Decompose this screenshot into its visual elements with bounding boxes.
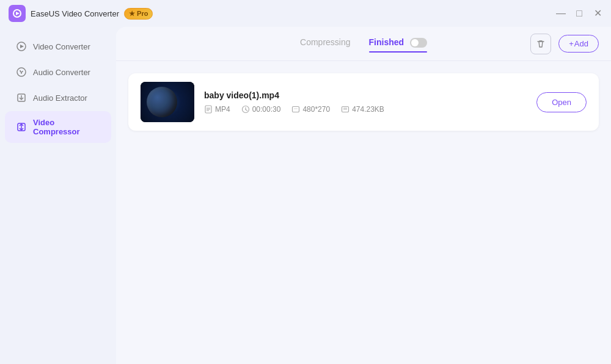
titlebar: EaseUS Video Converter ★ Pro — □ ✕ [0, 0, 611, 27]
sidebar: Video Converter Audio Converter Audio [0, 27, 116, 364]
pro-badge: ★ Pro [124, 8, 153, 20]
sidebar-label-video-converter: Video Converter [33, 42, 90, 51]
add-button[interactable]: + Add [558, 35, 599, 53]
audio-extractor-icon [16, 92, 27, 103]
audio-converter-icon [16, 67, 27, 78]
meta-size: 474.23KB [341, 105, 384, 114]
sidebar-item-video-converter[interactable]: Video Converter [5, 34, 111, 59]
file-info: baby video(1).mp4 MP4 [204, 90, 527, 114]
sidebar-item-video-compressor[interactable]: Video Compressor [5, 111, 111, 143]
trash-icon [536, 39, 546, 49]
titlebar-left: EaseUS Video Converter ★ Pro [9, 5, 153, 22]
meta-resolution: 480*270 [291, 105, 330, 114]
titlebar-controls: — □ ✕ [556, 9, 602, 18]
content-area: Compressing Finished + Add [116, 27, 611, 364]
meta-format: MP4 [204, 105, 230, 114]
duration-icon [241, 105, 250, 114]
video-compressor-icon [16, 122, 27, 133]
file-list: baby video(1).mp4 MP4 [116, 61, 611, 364]
meta-duration: 00:00:30 [241, 105, 281, 114]
maximize-button[interactable]: □ [574, 9, 584, 18]
add-button-label: Add [574, 39, 588, 48]
sidebar-item-audio-converter[interactable]: Audio Converter [5, 60, 111, 84]
svg-rect-18 [293, 107, 299, 112]
video-converter-icon [16, 41, 27, 52]
svg-line-17 [246, 110, 247, 111]
tab-finished[interactable]: Finished [369, 37, 427, 50]
tabs-group: Compressing Finished [128, 37, 599, 50]
sidebar-label-audio-extractor: Audio Extractor [33, 93, 87, 103]
delete-button[interactable] [530, 34, 551, 54]
close-button[interactable]: ✕ [593, 9, 602, 18]
file-name: baby video(1).mp4 [204, 90, 527, 100]
resolution-icon [291, 105, 300, 114]
file-meta: MP4 00:00:30 [204, 105, 527, 114]
minimize-button[interactable]: — [556, 9, 566, 18]
app-logo-icon [9, 5, 26, 22]
tab-bar: Compressing Finished + Add [116, 27, 611, 61]
thumb-globe-visual [141, 82, 194, 122]
tab-compressing[interactable]: Compressing [300, 37, 350, 49]
format-icon [204, 105, 213, 114]
sidebar-item-audio-extractor[interactable]: Audio Extractor [5, 86, 111, 110]
tab-actions: + Add [530, 34, 599, 54]
finished-toggle[interactable] [410, 38, 427, 48]
open-button[interactable]: Open [536, 92, 587, 112]
size-icon [341, 105, 349, 114]
svg-marker-4 [20, 45, 24, 48]
sidebar-label-audio-converter: Audio Converter [33, 68, 90, 77]
app-title: EaseUS Video Converter [31, 9, 119, 18]
file-card: baby video(1).mp4 MP4 [128, 73, 599, 131]
add-icon: + [569, 39, 574, 48]
main-layout: Video Converter Audio Converter Audio [0, 27, 611, 364]
sidebar-label-video-compressor: Video Compressor [33, 118, 100, 136]
file-thumbnail [141, 82, 194, 122]
